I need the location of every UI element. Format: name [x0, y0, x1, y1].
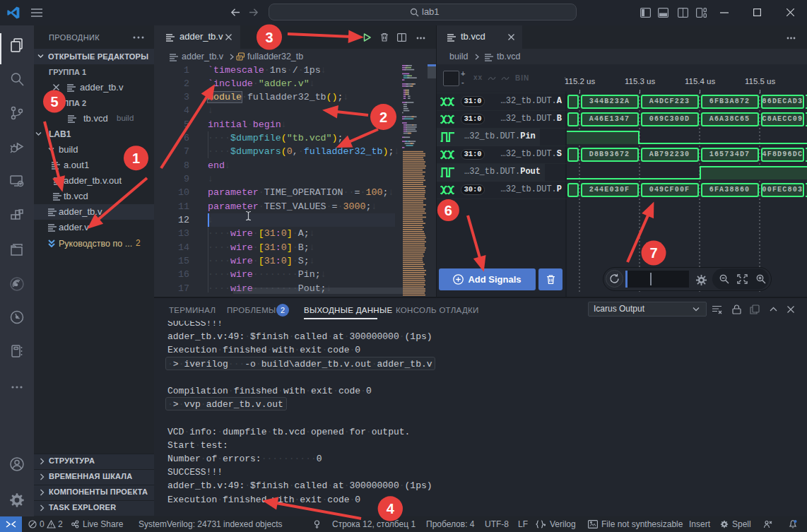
svg-text:4: 4 — [387, 501, 395, 516]
svg-text:7: 7 — [649, 245, 657, 261]
svg-text:5: 5 — [50, 94, 58, 110]
svg-text:3: 3 — [265, 30, 273, 45]
svg-text:1: 1 — [132, 150, 140, 166]
svg-text:6: 6 — [444, 203, 452, 218]
svg-text:2: 2 — [379, 110, 387, 125]
